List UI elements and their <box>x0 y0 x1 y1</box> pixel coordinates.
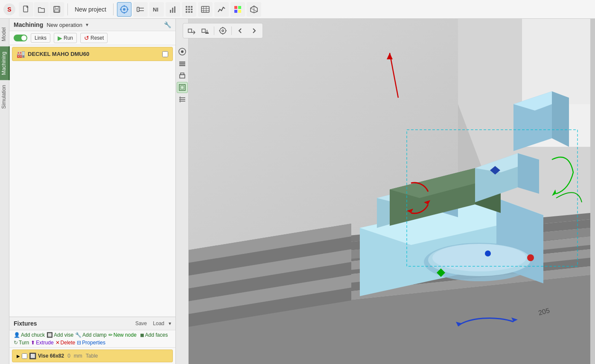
stats-icon[interactable] <box>198 2 213 17</box>
svg-rect-107 <box>179 61 185 63</box>
settings-wrench-icon[interactable]: 🔧 <box>164 21 171 28</box>
app-logo: S <box>3 3 15 15</box>
machining-title: Machining <box>14 21 43 28</box>
color-icon[interactable] <box>230 2 245 17</box>
fixtures-dropdown-icon[interactable]: ▾ <box>169 320 171 326</box>
properties-icon: ⊟ <box>77 340 81 346</box>
add-clamp-icon: 🔧 <box>75 332 82 338</box>
svg-rect-25 <box>191 11 192 13</box>
tab-model[interactable]: Model <box>0 22 10 47</box>
machining-header: Machining New operation ▾ 🔧 <box>9 19 175 31</box>
machining-tool-icon[interactable] <box>117 2 131 17</box>
run-button[interactable]: ▶ Run <box>54 33 77 43</box>
svg-text:NI: NI <box>153 6 158 13</box>
vise-item[interactable]: ▶ 🔲 Vise 66x82 0 mm Table <box>12 349 173 362</box>
add-faces-icon: ◼ <box>140 332 144 338</box>
ni-tool-icon[interactable]: NI <box>149 2 164 17</box>
action-bar: Links ▶ Run ↺ Reset <box>9 31 175 45</box>
links-label: Links <box>31 33 50 43</box>
svg-rect-10 <box>137 7 139 12</box>
reset-button[interactable]: ↺ Reset <box>80 33 108 43</box>
svg-rect-109 <box>179 65 185 66</box>
vp-sep2 <box>231 26 232 35</box>
view-icon[interactable] <box>177 46 188 57</box>
add-vise-action[interactable]: 🔲 Add vise <box>47 332 73 338</box>
fixtures-title: Fixtures <box>14 320 37 327</box>
new-node-action[interactable]: ✏ New node <box>108 332 137 338</box>
left-panel: Machining New operation ▾ 🔧 Links ▶ Run … <box>9 19 176 364</box>
fit-view-button[interactable] <box>186 25 198 37</box>
new-operation-dropdown[interactable]: ▾ <box>86 22 88 28</box>
extrude-icon: ⬆ <box>31 340 35 346</box>
svg-rect-42 <box>202 29 205 32</box>
load-button[interactable]: Load <box>151 320 166 327</box>
machining-spacer <box>9 63 175 317</box>
forward-button[interactable] <box>248 25 260 37</box>
turn-icon: ↻ <box>14 340 18 346</box>
3d-view-icon[interactable] <box>247 2 261 17</box>
svg-rect-17 <box>186 6 187 8</box>
tool-settings-icon[interactable] <box>133 2 148 17</box>
svg-rect-22 <box>191 9 192 10</box>
center-view-button[interactable] <box>217 25 229 37</box>
save-button[interactable]: Save <box>134 320 149 327</box>
svg-point-45 <box>220 28 226 34</box>
3d-scene: 205 <box>176 19 595 364</box>
download-button[interactable] <box>199 25 211 37</box>
print-side-icon[interactable] <box>177 70 188 81</box>
properties-action[interactable]: ⊟ Properties <box>77 340 105 346</box>
line-chart-icon[interactable] <box>214 2 229 17</box>
svg-rect-108 <box>179 63 185 64</box>
grid-tool-icon[interactable] <box>182 2 196 17</box>
back-button[interactable] <box>234 25 246 37</box>
turn-action[interactable]: ↻ Turn <box>14 340 29 346</box>
vise-icon: 🔲 <box>29 352 36 359</box>
svg-rect-110 <box>180 75 185 78</box>
project-title: New project <box>75 6 106 13</box>
add-chuck-action[interactable]: 👤 Add chuck <box>14 332 45 338</box>
svg-rect-19 <box>191 6 192 8</box>
tab-simulation[interactable]: Simulation <box>0 80 10 114</box>
chart-icon[interactable] <box>166 2 180 17</box>
add-chuck-icon: 👤 <box>14 332 20 338</box>
expand-icon[interactable]: ▶ <box>17 354 20 358</box>
fixtures-section: Fixtures Save Load ▾ 👤 Add chuck 🔲 Add v… <box>9 317 175 364</box>
delete-action[interactable]: ✕ Delete <box>55 340 76 346</box>
svg-rect-33 <box>234 10 237 13</box>
svg-rect-21 <box>188 9 190 10</box>
open-file-icon[interactable] <box>34 2 49 17</box>
layers-icon[interactable] <box>177 58 188 69</box>
svg-point-79 <box>432 244 526 271</box>
svg-rect-18 <box>188 6 190 8</box>
add-faces-action[interactable]: ◼ Add faces <box>140 332 168 338</box>
svg-point-5 <box>123 8 125 11</box>
machine-name: DECKEL MAHO DMU60 <box>28 51 89 57</box>
vise-offset: 0 <box>67 353 70 359</box>
fixtures-header: Fixtures Save Load ▾ <box>9 317 175 330</box>
vise-checkbox[interactable] <box>22 353 27 359</box>
sep1 <box>67 3 68 15</box>
svg-point-46 <box>222 30 224 32</box>
extrude-action[interactable]: ⬆ Extrude <box>31 340 53 346</box>
main-layout: Model Machining Simulation Machining New… <box>0 19 595 364</box>
machine-checkbox[interactable] <box>162 51 168 57</box>
add-clamp-action[interactable]: 🔧 Add clamp <box>75 332 107 338</box>
svg-rect-111 <box>181 73 184 75</box>
svg-rect-23 <box>186 11 187 13</box>
svg-rect-24 <box>188 11 190 13</box>
fixtures-save-load: Save Load ▾ <box>134 320 171 327</box>
links-toggle[interactable] <box>14 35 27 41</box>
new-file-icon[interactable] <box>19 2 33 17</box>
vise-name: Vise 66x82 <box>38 353 64 359</box>
tab-machining[interactable]: Machining <box>0 47 10 80</box>
machine-item[interactable]: 🏭 DECKEL MAHO DMU60 <box>12 47 173 61</box>
analysis-icon[interactable] <box>177 94 188 105</box>
save-file-icon[interactable] <box>50 2 64 17</box>
vert-tabs: Model Machining Simulation <box>0 19 9 364</box>
viewport[interactable]: 205 <box>176 19 595 364</box>
svg-rect-112 <box>179 84 185 90</box>
delete-icon: ✕ <box>55 340 60 346</box>
file-tools <box>19 2 64 17</box>
sep2 <box>113 3 114 15</box>
fixtures-side-icon[interactable] <box>177 82 188 93</box>
